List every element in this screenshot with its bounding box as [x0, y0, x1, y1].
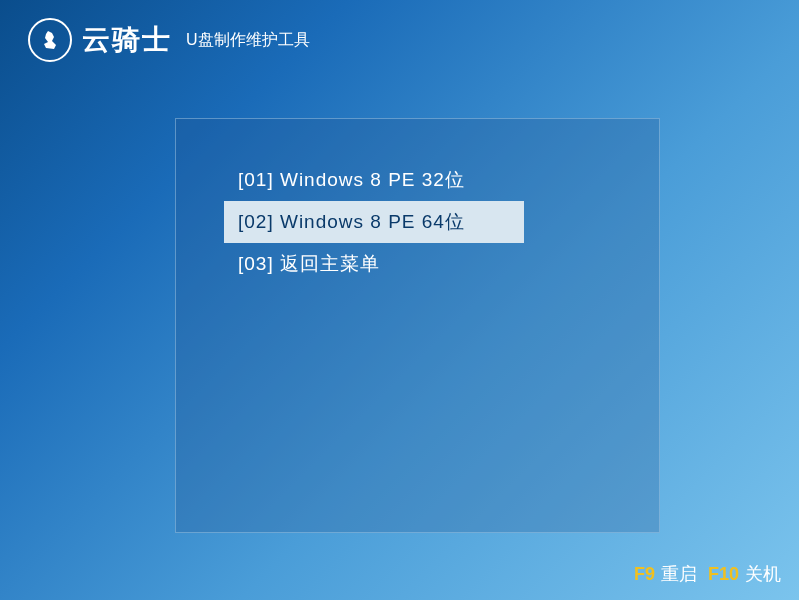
- menu-item-win8pe-32[interactable]: [01] Windows 8 PE 32位: [224, 159, 524, 201]
- f9-key: F9: [634, 564, 655, 584]
- menu-item-win8pe-64[interactable]: [02] Windows 8 PE 64位: [224, 201, 524, 243]
- brand-name: 云骑士: [82, 21, 172, 59]
- app-subtitle: U盘制作维护工具: [186, 30, 310, 51]
- f10-label: 关机: [745, 564, 781, 584]
- f10-key: F10: [708, 564, 739, 584]
- footer-hotkeys: F9重启 F10关机: [628, 562, 781, 586]
- f9-label: 重启: [661, 564, 697, 584]
- header: 云骑士 U盘制作维护工具: [28, 18, 310, 62]
- menu-item-return-main[interactable]: [03] 返回主菜单: [224, 243, 524, 285]
- logo-icon: [28, 18, 72, 62]
- boot-menu-panel: [01] Windows 8 PE 32位 [02] Windows 8 PE …: [175, 118, 660, 533]
